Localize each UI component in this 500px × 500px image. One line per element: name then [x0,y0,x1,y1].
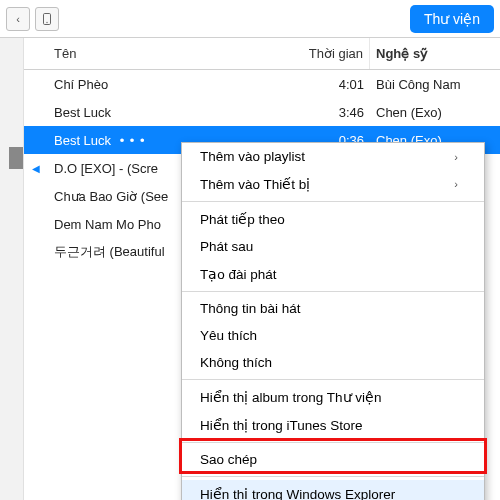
now-playing-icon: ◀ [24,163,48,174]
ctx-dislike[interactable]: Không thích [182,349,484,376]
table-row[interactable]: Chí Phèo4:01Bùi Công Nam [24,70,500,98]
ctx-separator [182,442,484,443]
ctx-play-next[interactable]: Phát tiếp theo [182,205,484,233]
ctx-separator [182,291,484,292]
ctx-play-later[interactable]: Phát sau [182,233,484,260]
more-icon[interactable]: • • • [111,133,146,148]
track-time: 4:01 [300,77,370,92]
header-time[interactable]: Thời gian [300,38,370,69]
sidebar-marker [9,147,23,169]
device-button[interactable] [35,7,59,31]
column-headers: Tên Thời gian Nghệ sỹ [24,38,500,70]
ctx-add-device[interactable]: Thêm vào Thiết bị› [182,170,484,198]
ctx-copy[interactable]: Sao chép [182,446,484,473]
ctx-add-playlist[interactable]: Thêm vào playlist› [182,143,484,170]
ctx-show-explorer[interactable]: Hiển thị trong Windows Explorer [182,480,484,500]
track-name: Best Luck [48,105,300,120]
table-row[interactable]: Best Luck3:46Chen (Exo) [24,98,500,126]
track-time: 3:46 [300,105,370,120]
ctx-separator [182,379,484,380]
ctx-show-album[interactable]: Hiển thị album trong Thư viện [182,383,484,411]
ctx-create-station[interactable]: Tạo đài phát [182,260,484,288]
svg-point-1 [46,21,47,22]
track-artist: Bùi Công Nam [370,77,500,92]
header-name[interactable]: Tên [24,38,300,69]
ctx-song-info[interactable]: Thông tin bài hát [182,295,484,322]
toolbar: ‹ Thư viện [0,0,500,38]
library-button[interactable]: Thư viện [410,5,494,33]
ctx-separator [182,476,484,477]
context-menu: Thêm vào playlist› Thêm vào Thiết bị› Ph… [181,142,485,500]
track-artist: Chen (Exo) [370,105,500,120]
chevron-right-icon: › [454,178,458,190]
track-name: Chí Phèo [48,77,300,92]
ctx-love[interactable]: Yêu thích [182,322,484,349]
header-artist[interactable]: Nghệ sỹ [370,38,500,69]
toolbar-left-group: ‹ [6,7,59,31]
ctx-show-store[interactable]: Hiển thị trong iTunes Store [182,411,484,439]
sidebar [0,38,24,500]
ctx-separator [182,201,484,202]
device-icon [40,12,54,26]
back-button[interactable]: ‹ [6,7,30,31]
chevron-right-icon: › [454,151,458,163]
